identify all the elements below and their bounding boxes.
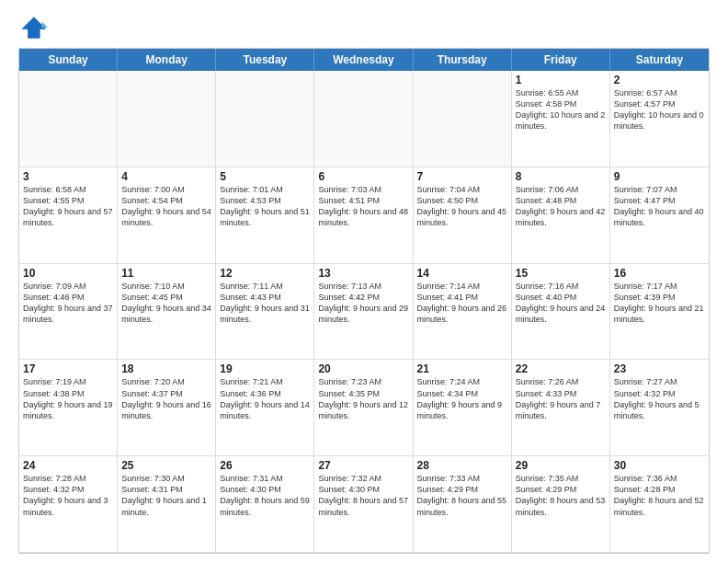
calendar-header: SundayMondayTuesdayWednesdayThursdayFrid…	[19, 49, 709, 71]
day-number: 1	[516, 74, 606, 86]
calendar-cell: 22Sunrise: 7:26 AM Sunset: 4:33 PM Dayli…	[512, 360, 610, 456]
day-info: Sunrise: 6:57 AM Sunset: 4:57 PM Dayligh…	[614, 87, 705, 132]
day-number: 10	[23, 267, 113, 280]
day-number: 9	[614, 170, 705, 183]
day-number: 17	[23, 362, 113, 375]
day-info: Sunrise: 7:36 AM Sunset: 4:28 PM Dayligh…	[614, 473, 705, 518]
calendar-cell	[314, 71, 413, 167]
calendar-cell: 9Sunrise: 7:07 AM Sunset: 4:47 PM Daylig…	[610, 167, 709, 264]
calendar-header-day: Tuesday	[216, 49, 314, 71]
calendar-cell: 14Sunrise: 7:14 AM Sunset: 4:41 PM Dayli…	[414, 264, 512, 361]
day-info: Sunrise: 7:20 AM Sunset: 4:37 PM Dayligh…	[121, 376, 211, 421]
calendar-cell: 4Sunrise: 7:00 AM Sunset: 4:54 PM Daylig…	[118, 167, 216, 264]
day-number: 14	[417, 267, 507, 280]
calendar: SundayMondayTuesdayWednesdayThursdayFrid…	[18, 48, 710, 554]
calendar-cell: 28Sunrise: 7:33 AM Sunset: 4:29 PM Dayli…	[414, 456, 512, 553]
day-number: 6	[318, 170, 408, 183]
day-info: Sunrise: 7:14 AM Sunset: 4:41 PM Dayligh…	[417, 281, 507, 326]
day-info: Sunrise: 7:09 AM Sunset: 4:46 PM Dayligh…	[23, 281, 113, 326]
day-number: 7	[417, 170, 507, 183]
calendar-cell: 3Sunrise: 6:58 AM Sunset: 4:55 PM Daylig…	[19, 167, 118, 264]
calendar-cell: 17Sunrise: 7:19 AM Sunset: 4:38 PM Dayli…	[19, 360, 118, 456]
day-number: 11	[121, 267, 211, 280]
calendar-cell: 26Sunrise: 7:31 AM Sunset: 4:30 PM Dayli…	[216, 456, 314, 553]
day-info: Sunrise: 7:16 AM Sunset: 4:40 PM Dayligh…	[516, 281, 606, 326]
calendar-header-day: Friday	[512, 49, 610, 71]
logo	[18, 15, 51, 40]
day-number: 12	[220, 267, 310, 280]
day-info: Sunrise: 7:01 AM Sunset: 4:53 PM Dayligh…	[220, 184, 310, 229]
calendar-cell: 21Sunrise: 7:24 AM Sunset: 4:34 PM Dayli…	[414, 360, 512, 456]
header	[18, 15, 710, 40]
calendar-cell: 6Sunrise: 7:03 AM Sunset: 4:51 PM Daylig…	[314, 167, 413, 264]
day-info: Sunrise: 7:32 AM Sunset: 4:30 PM Dayligh…	[318, 473, 408, 518]
day-number: 15	[516, 267, 606, 280]
calendar-cell: 24Sunrise: 7:28 AM Sunset: 4:32 PM Dayli…	[19, 456, 118, 553]
calendar-cell: 5Sunrise: 7:01 AM Sunset: 4:53 PM Daylig…	[216, 167, 314, 264]
calendar-cell: 25Sunrise: 7:30 AM Sunset: 4:31 PM Dayli…	[118, 456, 216, 553]
calendar-header-day: Wednesday	[314, 49, 413, 71]
day-info: Sunrise: 7:10 AM Sunset: 4:45 PM Dayligh…	[121, 281, 211, 326]
day-info: Sunrise: 7:17 AM Sunset: 4:39 PM Dayligh…	[614, 281, 705, 326]
calendar-header-day: Thursday	[414, 49, 512, 71]
day-info: Sunrise: 7:21 AM Sunset: 4:36 PM Dayligh…	[220, 376, 310, 421]
day-info: Sunrise: 7:30 AM Sunset: 4:31 PM Dayligh…	[121, 473, 211, 518]
calendar-cell: 12Sunrise: 7:11 AM Sunset: 4:43 PM Dayli…	[216, 264, 314, 361]
day-number: 22	[516, 362, 606, 375]
day-number: 29	[516, 459, 606, 472]
day-info: Sunrise: 6:55 AM Sunset: 4:58 PM Dayligh…	[516, 87, 606, 132]
day-info: Sunrise: 7:19 AM Sunset: 4:38 PM Dayligh…	[23, 376, 113, 421]
calendar-cell: 27Sunrise: 7:32 AM Sunset: 4:30 PM Dayli…	[314, 456, 413, 553]
day-info: Sunrise: 7:33 AM Sunset: 4:29 PM Dayligh…	[417, 473, 507, 518]
calendar-header-day: Monday	[118, 49, 216, 71]
day-info: Sunrise: 7:03 AM Sunset: 4:51 PM Dayligh…	[318, 184, 408, 229]
calendar-cell: 10Sunrise: 7:09 AM Sunset: 4:46 PM Dayli…	[19, 264, 118, 361]
day-info: Sunrise: 6:58 AM Sunset: 4:55 PM Dayligh…	[23, 184, 113, 229]
day-number: 28	[417, 459, 507, 472]
day-number: 27	[318, 459, 408, 472]
calendar-cell: 15Sunrise: 7:16 AM Sunset: 4:40 PM Dayli…	[512, 264, 610, 361]
day-info: Sunrise: 7:23 AM Sunset: 4:35 PM Dayligh…	[318, 376, 408, 421]
day-info: Sunrise: 7:00 AM Sunset: 4:54 PM Dayligh…	[121, 184, 211, 229]
calendar-cell	[216, 71, 314, 167]
calendar-cell: 20Sunrise: 7:23 AM Sunset: 4:35 PM Dayli…	[314, 360, 413, 456]
calendar-cell: 11Sunrise: 7:10 AM Sunset: 4:45 PM Dayli…	[118, 264, 216, 361]
day-info: Sunrise: 7:13 AM Sunset: 4:42 PM Dayligh…	[318, 281, 408, 326]
calendar-cell: 8Sunrise: 7:06 AM Sunset: 4:48 PM Daylig…	[512, 167, 610, 264]
day-info: Sunrise: 7:06 AM Sunset: 4:48 PM Dayligh…	[516, 184, 606, 229]
calendar-cell	[414, 71, 512, 167]
calendar-cell: 16Sunrise: 7:17 AM Sunset: 4:39 PM Dayli…	[610, 264, 709, 361]
day-number: 16	[614, 267, 705, 280]
day-info: Sunrise: 7:28 AM Sunset: 4:32 PM Dayligh…	[23, 473, 113, 518]
day-info: Sunrise: 7:27 AM Sunset: 4:32 PM Dayligh…	[614, 376, 705, 421]
calendar-cell	[19, 71, 118, 167]
calendar-header-day: Saturday	[610, 49, 709, 71]
day-number: 25	[121, 459, 211, 472]
day-number: 23	[614, 362, 705, 375]
calendar-cell	[118, 71, 216, 167]
day-number: 8	[516, 170, 606, 183]
day-number: 19	[220, 362, 310, 375]
day-info: Sunrise: 7:11 AM Sunset: 4:43 PM Dayligh…	[220, 281, 310, 326]
calendar-cell: 7Sunrise: 7:04 AM Sunset: 4:50 PM Daylig…	[414, 167, 512, 264]
calendar-cell: 2Sunrise: 6:57 AM Sunset: 4:57 PM Daylig…	[610, 71, 709, 167]
day-number: 5	[220, 170, 310, 183]
day-number: 24	[23, 459, 113, 472]
day-info: Sunrise: 7:04 AM Sunset: 4:50 PM Dayligh…	[417, 184, 507, 229]
day-number: 4	[121, 170, 211, 183]
calendar-body: 1Sunrise: 6:55 AM Sunset: 4:58 PM Daylig…	[19, 71, 709, 553]
calendar-header-day: Sunday	[19, 49, 118, 71]
day-number: 2	[614, 74, 705, 86]
day-number: 20	[318, 362, 408, 375]
calendar-cell: 19Sunrise: 7:21 AM Sunset: 4:36 PM Dayli…	[216, 360, 314, 456]
calendar-cell: 13Sunrise: 7:13 AM Sunset: 4:42 PM Dayli…	[314, 264, 413, 361]
day-number: 13	[318, 267, 408, 280]
calendar-cell: 30Sunrise: 7:36 AM Sunset: 4:28 PM Dayli…	[610, 456, 709, 553]
day-info: Sunrise: 7:26 AM Sunset: 4:33 PM Dayligh…	[516, 376, 606, 421]
day-info: Sunrise: 7:35 AM Sunset: 4:29 PM Dayligh…	[516, 473, 606, 518]
calendar-cell: 29Sunrise: 7:35 AM Sunset: 4:29 PM Dayli…	[512, 456, 610, 553]
day-info: Sunrise: 7:24 AM Sunset: 4:34 PM Dayligh…	[417, 376, 507, 421]
day-number: 26	[220, 459, 310, 472]
day-number: 18	[121, 362, 211, 375]
day-number: 3	[23, 170, 113, 183]
